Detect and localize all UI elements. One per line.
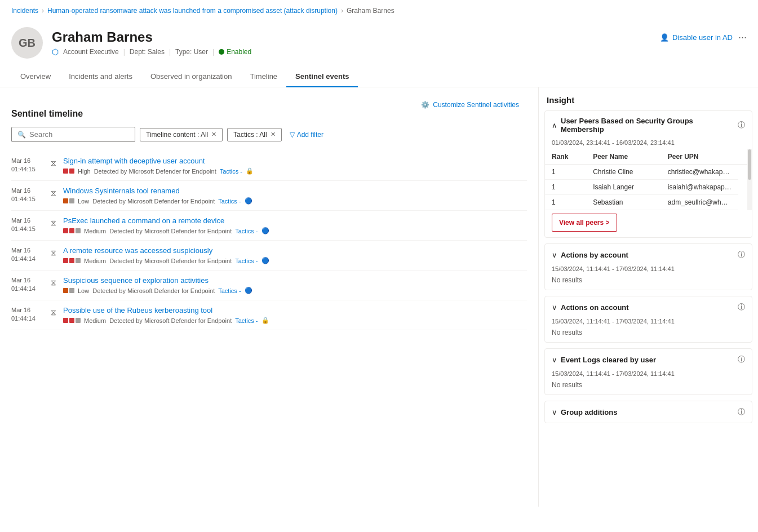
tab-incidents-alerts[interactable]: Incidents and alerts (60, 66, 141, 87)
severity-label: Medium (84, 228, 106, 234)
event-date: Mar 1601:44:14 (11, 306, 44, 323)
detected-by: Detected by Microsoft Defender for Endpo… (109, 228, 232, 234)
chevron-down-icon: ∨ (552, 356, 557, 364)
insight-card-user-peers-date: 01/03/2024, 23:14:41 - 16/03/2024, 23:14… (545, 139, 752, 149)
more-options-button[interactable]: ··· (738, 32, 747, 43)
user-name: Graham Barnes (52, 29, 251, 45)
event-meta: Low Detected by Microsoft Defender for E… (63, 287, 527, 294)
event-title[interactable]: Sign-in attempt with deceptive user acco… (63, 157, 527, 165)
filter-tactics-clear-icon[interactable]: ✕ (271, 131, 276, 138)
table-row: Mar 1601:44:14 ⧖ A remote resource was a… (11, 241, 527, 271)
info-icon[interactable]: ⓘ (738, 407, 745, 417)
table-row: 1 Christie Cline christiec@whakapapa... (545, 165, 752, 180)
event-meta: Low Detected by Microsoft Defender for E… (63, 197, 527, 205)
user-type: Type: User (175, 48, 208, 56)
severity-indicator (63, 198, 74, 203)
breadcrumb-incident-title[interactable]: Human-operated ransomware attack was lau… (47, 7, 338, 15)
table-row: Mar 1601:44:14 ⧖ Suspicious sequence of … (11, 271, 527, 300)
insight-card-event-logs-header[interactable]: ∨ Event Logs cleared by user ⓘ (545, 349, 752, 370)
insight-panel: Insight ∧ User Peers Based on Security G… (539, 87, 758, 423)
severity-indicator (63, 288, 74, 293)
info-icon[interactable]: ⓘ (738, 250, 745, 260)
no-results-text: No results (552, 276, 582, 284)
disable-user-button[interactable]: 👤 Disable user in AD (660, 33, 733, 42)
info-icon[interactable]: ⓘ (738, 354, 745, 365)
tab-sentinel-events[interactable]: Sentinel events (286, 66, 358, 87)
severity-label: Medium (84, 258, 106, 264)
insight-card-actions-on-account: ∨ Actions on account ⓘ 15/03/2024, 11:14… (544, 296, 752, 343)
severity-indicator (63, 169, 74, 174)
alert-icon: 🔵 (245, 287, 252, 294)
peers-table-container: Rank Peer Name Peer UPN 1 Christie Cline… (545, 149, 752, 210)
event-title[interactable]: Suspicious sequence of exploration activ… (63, 276, 527, 285)
tactics-link[interactable]: Tactics - (218, 198, 241, 205)
customize-bar: ⚙️ Customize Sentinel activities (11, 96, 527, 109)
page-header: GB Graham Barnes ⬡ Account Executive | D… (0, 21, 758, 59)
insight-card-actions-on-account-title: Actions on account (561, 303, 734, 312)
event-icon: ⧖ (48, 247, 59, 258)
main-area: ⚙️ Customize Sentinel activities Sentine… (0, 87, 758, 507)
search-box[interactable]: 🔍 (11, 127, 135, 142)
table-row: Mar 1601:44:15 ⧖ Windows Sysinternals to… (11, 181, 527, 211)
event-date: Mar 1601:44:15 (11, 157, 44, 174)
no-results-text: No results (552, 381, 582, 389)
view-all-peers-button[interactable]: View all peers > (552, 214, 617, 232)
alert-icon: 🔒 (246, 167, 254, 175)
severity-indicator (63, 318, 81, 323)
right-panel: Insight ∧ User Peers Based on Security G… (538, 87, 758, 507)
event-meta: Medium Detected by Microsoft Defender fo… (63, 257, 527, 264)
peer-upn-value: adm_seullric@whaka... (661, 195, 738, 210)
event-title[interactable]: PsExec launched a command on a remote de… (63, 216, 527, 225)
event-icon: ⧖ (48, 277, 59, 287)
customize-sentinel-button[interactable]: ⚙️ Customize Sentinel activities (421, 101, 519, 109)
event-date: Mar 1601:44:15 (11, 216, 44, 234)
filter-chip-tactics[interactable]: Tactics : All ✕ (227, 128, 281, 141)
event-meta: Medium Detected by Microsoft Defender fo… (63, 317, 527, 324)
breadcrumb-current: Graham Barnes (347, 7, 394, 15)
insight-card-user-peers-header[interactable]: ∧ User Peers Based on Security Groups Me… (545, 111, 752, 139)
insight-card-group-additions: ∨ Group additions ⓘ (544, 401, 752, 423)
info-icon[interactable]: ⓘ (738, 120, 745, 130)
filter-timeline-label: Timeline content : All (146, 131, 208, 139)
user-meta: ⬡ Account Executive | Dept: Sales | Type… (52, 47, 251, 56)
table-row: Mar 1601:44:15 ⧖ Sign-in attempt with de… (11, 151, 527, 181)
tactics-link[interactable]: Tactics - (220, 168, 242, 175)
tab-observed-org[interactable]: Observed in organization (141, 66, 241, 87)
status-badge: Enabled (219, 48, 251, 56)
insight-card-actions-on-account-header[interactable]: ∨ Actions on account ⓘ (545, 296, 752, 318)
insight-card-actions-by-account-date: 15/03/2024, 11:14:41 - 17/03/2024, 11:14… (545, 265, 752, 276)
peer-name-value: Sebastian (586, 195, 661, 210)
filters-row: 🔍 Timeline content : All ✕ Tactics : All… (11, 127, 527, 142)
disable-user-icon: 👤 (660, 33, 669, 42)
detected-by: Detected by Microsoft Defender for Endpo… (92, 198, 215, 205)
event-title[interactable]: Windows Sysinternals tool renamed (63, 187, 527, 195)
tactics-link[interactable]: Tactics - (235, 317, 258, 324)
filter-chip-timeline[interactable]: Timeline content : All ✕ (140, 128, 223, 141)
event-title[interactable]: A remote resource was accessed suspiciou… (63, 246, 527, 255)
table-row: 1 Sebastian adm_seullric@whaka... (545, 195, 752, 210)
breadcrumb: Incidents › Human-operated ransomware at… (0, 0, 758, 21)
info-icon[interactable]: ⓘ (738, 302, 745, 312)
insight-card-group-additions-header[interactable]: ∨ Group additions ⓘ (545, 401, 752, 423)
breadcrumb-incidents[interactable]: Incidents (11, 7, 38, 15)
left-panel: ⚙️ Customize Sentinel activities Sentine… (0, 87, 538, 507)
severity-indicator (63, 258, 81, 263)
sentinel-timeline-title: Sentinel timeline (11, 109, 527, 119)
insight-card-actions-on-account-date: 15/03/2024, 11:14:41 - 17/03/2024, 11:14… (545, 318, 752, 328)
tab-overview[interactable]: Overview (11, 66, 60, 87)
filter-timeline-clear-icon[interactable]: ✕ (211, 131, 216, 138)
add-filter-button[interactable]: ▽ Add filter (286, 128, 327, 141)
tactics-link[interactable]: Tactics - (235, 228, 258, 234)
tab-timeline[interactable]: Timeline (241, 66, 286, 87)
org-icon: ⬡ (52, 47, 59, 56)
event-title[interactable]: Possible use of the Rubeus kerberoasting… (63, 306, 527, 314)
insight-card-actions-by-account-header[interactable]: ∨ Actions by account ⓘ (545, 244, 752, 265)
scrollbar-thumb[interactable] (748, 149, 751, 180)
tactics-link[interactable]: Tactics - (218, 287, 241, 294)
search-input[interactable] (29, 130, 129, 139)
tactics-link[interactable]: Tactics - (235, 258, 258, 264)
peer-name-value: Christie Cline (586, 165, 661, 180)
user-dept: Dept: Sales (130, 48, 165, 56)
funnel-icon: ▽ (290, 131, 295, 139)
event-meta: Medium Detected by Microsoft Defender fo… (63, 227, 527, 234)
